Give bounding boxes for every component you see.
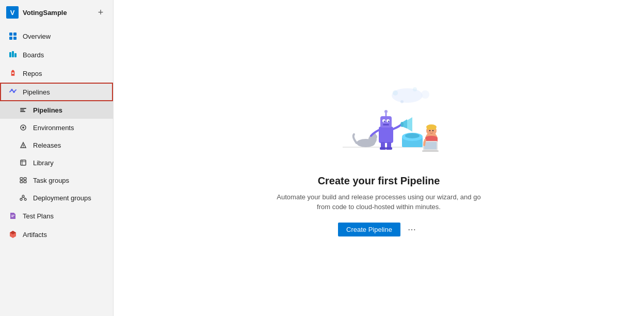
sidebar-item-overview[interactable]: Overview: [0, 27, 113, 45]
releases-icon: [19, 140, 28, 150]
repos-icon: [8, 69, 18, 78]
sidebar-item-releases[interactable]: Releases: [0, 136, 113, 154]
test-plans-icon: [8, 211, 18, 220]
sidebar-item-test-plans-label: Test Plans: [23, 212, 54, 220]
svg-rect-23: [24, 181, 26, 183]
environments-icon: [19, 123, 28, 132]
svg-rect-66: [424, 142, 437, 149]
pipelines-sub-icon: [19, 105, 28, 115]
pipelines-icon: [8, 87, 18, 97]
artifacts-icon: [8, 230, 18, 239]
boards-icon: [8, 50, 18, 59]
overview-icon: [8, 31, 18, 41]
svg-point-47: [388, 120, 390, 122]
task-groups-icon: [19, 176, 28, 185]
more-options-button[interactable]: ⋯: [405, 223, 420, 236]
svg-rect-48: [383, 124, 389, 125]
svg-point-50: [384, 110, 388, 113]
sidebar-header: V VotingSample +: [0, 0, 113, 25]
sidebar-nav: Overview Boards Repos: [0, 25, 113, 316]
empty-state: Create your first Pipeline Automate your…: [270, 80, 487, 236]
svg-point-51: [400, 122, 404, 127]
project-info: V VotingSample: [6, 6, 67, 19]
svg-point-9: [13, 91, 15, 93]
sidebar-item-task-groups-label: Task groups: [33, 177, 69, 184]
svg-line-28: [23, 197, 25, 198]
sidebar-item-environments[interactable]: Environments: [0, 119, 113, 136]
sidebar-item-deployment-groups[interactable]: Deployment groups: [0, 189, 113, 207]
svg-rect-43: [380, 116, 392, 128]
svg-rect-12: [20, 111, 25, 112]
deployment-groups-icon: [19, 193, 28, 202]
sidebar-item-releases-label: Releases: [33, 141, 61, 149]
svg-rect-42: [379, 127, 393, 143]
svg-point-59: [405, 133, 420, 138]
svg-point-24: [22, 195, 24, 197]
sidebar-item-pipelines-label: Pipelines: [23, 88, 50, 96]
sidebar-item-boards[interactable]: Boards: [0, 45, 113, 64]
add-project-button[interactable]: +: [94, 6, 107, 19]
svg-point-33: [393, 90, 398, 96]
project-name: VotingSample: [23, 9, 67, 17]
svg-rect-55: [386, 147, 392, 150]
svg-point-32: [421, 90, 429, 99]
svg-rect-54: [380, 147, 386, 150]
sidebar-item-repos-label: Repos: [23, 70, 42, 77]
sidebar-item-artifacts[interactable]: Artifacts: [0, 225, 113, 244]
project-avatar: V: [6, 6, 19, 19]
svg-rect-0: [9, 33, 12, 36]
svg-rect-10: [20, 108, 26, 109]
svg-rect-4: [9, 52, 11, 57]
sidebar-item-library[interactable]: Library: [0, 154, 113, 171]
svg-rect-17: [21, 160, 26, 165]
sidebar-item-environments-label: Environments: [33, 124, 74, 132]
svg-rect-3: [13, 37, 17, 40]
empty-state-description: Automate your build and release processe…: [270, 192, 487, 212]
sidebar-item-pipelines-sub-label: Pipelines: [33, 106, 62, 114]
sidebar-item-pipelines[interactable]: Pipelines: [0, 83, 113, 101]
sidebar: V VotingSample + Overview: [0, 0, 114, 316]
svg-rect-5: [12, 51, 14, 57]
sidebar-item-repos[interactable]: Repos: [0, 64, 113, 83]
svg-point-14: [22, 127, 24, 129]
svg-point-8: [11, 89, 13, 91]
svg-point-31: [392, 88, 423, 103]
empty-state-title: Create your first Pipeline: [318, 175, 440, 187]
main-content: Create your first Pipeline Automate your…: [114, 0, 644, 316]
svg-rect-11: [20, 109, 24, 110]
svg-point-35: [400, 100, 404, 103]
svg-rect-22: [20, 181, 23, 183]
pipeline-illustration: [312, 80, 446, 163]
sidebar-item-artifacts-label: Artifacts: [23, 231, 47, 239]
svg-rect-67: [422, 150, 439, 152]
svg-line-27: [21, 197, 23, 198]
sidebar-item-task-groups[interactable]: Task groups: [0, 171, 113, 189]
svg-point-16: [23, 147, 24, 148]
sidebar-item-overview-label: Overview: [23, 33, 51, 40]
sidebar-item-test-plans[interactable]: Test Plans: [0, 207, 113, 225]
create-pipeline-button[interactable]: Create Pipeline: [338, 223, 400, 236]
svg-point-34: [413, 87, 417, 91]
svg-rect-6: [14, 53, 17, 57]
svg-point-25: [20, 198, 22, 200]
svg-point-62: [426, 124, 437, 130]
empty-state-actions: Create Pipeline ⋯: [338, 223, 420, 236]
svg-rect-1: [13, 33, 17, 36]
svg-rect-21: [24, 178, 26, 180]
svg-point-26: [24, 198, 26, 200]
svg-point-46: [384, 120, 385, 122]
sidebar-item-pipelines-sub[interactable]: Pipelines: [0, 101, 113, 119]
sidebar-item-boards-label: Boards: [23, 51, 44, 59]
sidebar-item-library-label: Library: [33, 159, 54, 167]
library-icon: [19, 158, 28, 167]
sidebar-item-deployment-groups-label: Deployment groups: [33, 194, 91, 202]
svg-rect-20: [20, 178, 23, 180]
svg-point-64: [432, 130, 433, 131]
svg-rect-2: [9, 37, 12, 40]
svg-point-63: [429, 130, 430, 131]
